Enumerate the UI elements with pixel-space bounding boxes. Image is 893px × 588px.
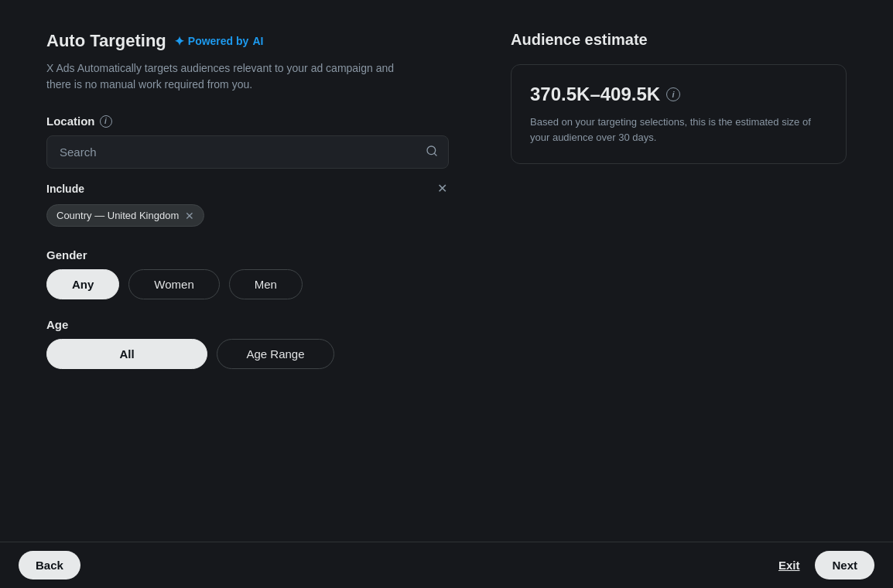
description-text: X Ads Automatically targets audiences re… (46, 60, 395, 93)
ai-label: AI (252, 35, 263, 47)
estimate-card: 370.5K–409.5K i Based on your targeting … (511, 64, 847, 164)
include-label: Include (46, 183, 84, 195)
powered-by-badge: ✦ Powered by AI (174, 34, 264, 49)
gender-any-button[interactable]: Any (46, 269, 119, 299)
location-info-icon[interactable]: i (100, 115, 112, 128)
back-button[interactable]: Back (19, 551, 80, 579)
gender-label-text: Gender (46, 248, 87, 262)
age-section: Age All Age Range (46, 318, 449, 369)
location-tag: Country — United Kingdom ✕ (46, 204, 204, 227)
audience-estimate-title: Audience estimate (511, 31, 847, 49)
tag-text: Country — United Kingdom (56, 210, 179, 221)
exit-button[interactable]: Exit (778, 559, 800, 572)
age-all-button[interactable]: All (46, 339, 207, 369)
gender-men-button[interactable]: Men (229, 269, 303, 299)
powered-by-text: Powered by (188, 35, 249, 47)
title-row: Auto Targeting ✦ Powered by AI (46, 31, 449, 51)
gender-options: Any Women Men (46, 269, 449, 299)
right-panel: Audience estimate 370.5K–409.5K i Based … (511, 31, 847, 511)
search-icon (426, 145, 438, 160)
location-search-box (46, 135, 449, 169)
gender-section: Gender Any Women Men (46, 248, 449, 299)
age-options: All Age Range (46, 339, 449, 369)
tags-row: Country — United Kingdom ✕ (46, 204, 449, 227)
page-title: Auto Targeting (46, 31, 166, 51)
gender-women-button[interactable]: Women (128, 269, 219, 299)
left-panel: Auto Targeting ✦ Powered by AI X Ads Aut… (46, 31, 449, 511)
clear-include-button[interactable]: ✕ (436, 181, 449, 197)
location-label-row: Location i (46, 115, 449, 128)
search-input[interactable] (46, 135, 449, 169)
estimate-number: 370.5K–409.5K (530, 84, 660, 105)
age-range-button[interactable]: Age Range (217, 339, 334, 369)
svg-line-1 (434, 153, 436, 156)
footer: Back Exit Next (0, 542, 893, 588)
sparkle-icon: ✦ (174, 34, 184, 49)
include-row: Include ✕ (46, 181, 449, 197)
age-label-text: Age (46, 318, 68, 331)
location-label: Location (46, 115, 95, 128)
estimate-range-row: 370.5K–409.5K i (530, 84, 827, 105)
estimate-description: Based on your targeting selections, this… (530, 115, 827, 145)
gender-label: Gender (46, 248, 449, 262)
estimate-info-icon[interactable]: i (666, 87, 680, 101)
footer-right: Exit Next (778, 551, 874, 579)
tag-remove-button[interactable]: ✕ (185, 210, 194, 221)
age-label: Age (46, 318, 449, 331)
next-button[interactable]: Next (815, 551, 874, 579)
